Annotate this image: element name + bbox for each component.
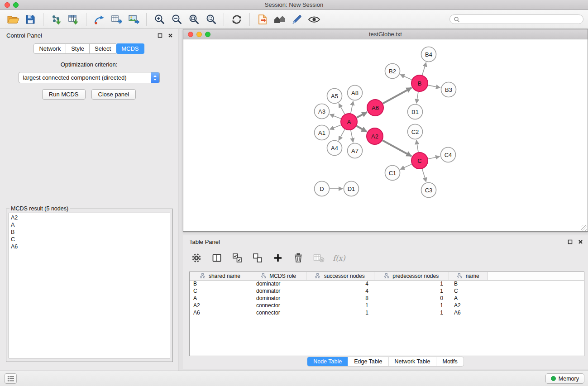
graph-node-B2[interactable]: B2	[385, 64, 400, 79]
graph-node-C[interactable]: C	[411, 152, 428, 169]
table-settings-button[interactable]	[190, 252, 203, 264]
cell-predecessor-nodes[interactable]: 1	[374, 287, 449, 295]
close-mcds-panel-button[interactable]: Close panel	[91, 89, 136, 100]
graph-node-C3[interactable]: C3	[421, 183, 436, 198]
cell-shared-name[interactable]: A6	[190, 309, 251, 316]
graph-edge-C-C4[interactable]	[428, 157, 440, 159]
cell-name[interactable]: A2	[449, 302, 488, 309]
graph-edge-B-B4[interactable]	[422, 62, 426, 75]
cell-shared-name[interactable]: A2	[190, 302, 251, 309]
graph-node-B[interactable]: B	[411, 75, 428, 91]
criterion-select[interactable]: largest connected component (directed)	[19, 72, 160, 83]
apply-layout-button[interactable]	[228, 11, 245, 28]
cell-successor-nodes[interactable]: 1	[306, 302, 374, 309]
cell-mcds-role[interactable]: dominator	[251, 295, 306, 302]
column-header-successor-nodes[interactable]: successor nodes	[306, 272, 374, 280]
network-minimize-button[interactable]	[196, 32, 202, 37]
graph-node-A6[interactable]: A6	[367, 100, 383, 116]
cell-successor-nodes[interactable]: 1	[306, 309, 374, 316]
delete-column-button[interactable]	[292, 252, 305, 264]
graph-edge-A6-B[interactable]	[383, 88, 411, 104]
cell-successor-nodes[interactable]: 4	[306, 287, 374, 295]
mcds-result-item[interactable]: A	[9, 221, 170, 229]
function-builder-button[interactable]: f(x)	[333, 252, 345, 264]
import-network-button[interactable]	[48, 11, 65, 28]
open-session-button[interactable]	[5, 11, 22, 28]
tab-network-table[interactable]: Network Table	[389, 357, 437, 366]
search-input[interactable]	[462, 16, 579, 23]
cell-name[interactable]: B	[449, 280, 488, 287]
cell-predecessor-nodes[interactable]: 1	[374, 309, 449, 316]
table-row[interactable]: Cdominator41C	[190, 287, 584, 295]
cell-name[interactable]: A	[449, 295, 488, 302]
cell-predecessor-nodes[interactable]: 1	[374, 302, 449, 309]
graph-node-A3[interactable]: A3	[315, 104, 330, 119]
show-columns-button[interactable]	[210, 252, 223, 264]
graph-edge-B-B2[interactable]	[400, 75, 411, 80]
clear-table-button[interactable]	[312, 252, 325, 264]
graph-node-C2[interactable]: C2	[408, 124, 423, 139]
graph-node-A4[interactable]: A4	[327, 141, 342, 156]
apply-style-button[interactable]	[288, 11, 306, 28]
float-table-panel-button[interactable]	[567, 238, 573, 245]
graph-node-A[interactable]: A	[341, 114, 357, 130]
mcds-result-item[interactable]: C	[9, 236, 170, 243]
cell-predecessor-nodes[interactable]: 1	[374, 280, 449, 287]
cell-name[interactable]: C	[449, 287, 488, 295]
zoom-in-button[interactable]	[151, 11, 168, 28]
export-image-button[interactable]	[125, 11, 142, 28]
close-table-panel-button[interactable]	[577, 238, 583, 245]
graph-node-A1[interactable]: A1	[315, 125, 330, 140]
graph-node-B4[interactable]: B4	[421, 47, 436, 62]
float-control-panel-button[interactable]	[157, 32, 163, 38]
graph-node-D[interactable]: D	[315, 181, 330, 196]
graph-edge-A-A3[interactable]	[330, 114, 341, 119]
cell-successor-nodes[interactable]: 4	[306, 280, 374, 287]
graph-node-B1[interactable]: B1	[408, 105, 423, 119]
mcds-result-item[interactable]: A2	[9, 214, 170, 221]
export-network-button[interactable]	[91, 11, 108, 28]
tab-motifs[interactable]: Motifs	[436, 357, 463, 366]
cell-name[interactable]: A6	[449, 309, 488, 316]
graph-node-A8[interactable]: A8	[348, 86, 363, 100]
zoom-selected-button[interactable]	[202, 11, 220, 28]
memory-button[interactable]: Memory	[545, 373, 584, 384]
cell-mcds-role[interactable]: dominator	[251, 280, 306, 287]
graph-node-A5[interactable]: A5	[327, 89, 342, 104]
cell-shared-name[interactable]: C	[190, 287, 251, 295]
close-control-panel-button[interactable]	[167, 32, 173, 38]
tab-network[interactable]: Network	[33, 43, 66, 54]
session-home-button[interactable]	[271, 11, 288, 28]
graph-node-B3[interactable]: B3	[441, 82, 456, 97]
graph-edge-B-B1[interactable]	[416, 92, 418, 103]
graph-node-A2[interactable]: A2	[367, 128, 383, 144]
graph-node-A7[interactable]: A7	[348, 143, 363, 158]
table-row[interactable]: A6connector11A6	[190, 309, 584, 316]
graph-edge-A2-C[interactable]	[382, 140, 411, 156]
graph-edge-A-A1[interactable]	[330, 125, 341, 129]
cell-shared-name[interactable]: B	[190, 280, 251, 287]
network-canvas[interactable]: B4B2B3A5A8A3B1A1C2A4A7C4C1DD1C3BA6AA2C	[183, 39, 588, 231]
table-row[interactable]: Bdominator41B	[190, 280, 584, 287]
mcds-result-item[interactable]: B	[9, 229, 170, 236]
column-header-predecessor-nodes[interactable]: predecessor nodes	[374, 272, 449, 280]
graph-node-C1[interactable]: C1	[385, 166, 400, 181]
graph-edge-A-A7[interactable]	[351, 130, 353, 143]
window-resize-grip[interactable]	[581, 225, 587, 231]
zoom-window-button[interactable]	[13, 2, 19, 8]
export-table-button[interactable]	[108, 11, 125, 28]
cell-mcds-role[interactable]: connector	[251, 309, 306, 316]
table-row[interactable]: Adominator80A	[190, 295, 584, 302]
show-hide-button[interactable]	[306, 11, 323, 28]
graph-edge-A-A4[interactable]	[339, 129, 345, 141]
graph-edge-C-C3[interactable]	[422, 169, 426, 182]
run-mcds-button[interactable]: Run MCDS	[42, 89, 86, 100]
graph-node-C4[interactable]: C4	[441, 148, 456, 162]
graph-edge-B-B3[interactable]	[428, 85, 440, 88]
tab-edge-table[interactable]: Edge Table	[348, 357, 388, 366]
cell-mcds-role[interactable]: connector	[251, 302, 306, 309]
mcds-result-item[interactable]: A6	[9, 243, 170, 250]
deselect-all-rows-button[interactable]	[251, 252, 264, 264]
open-recent-file-button[interactable]	[254, 11, 271, 28]
cell-mcds-role[interactable]: dominator	[251, 287, 306, 295]
